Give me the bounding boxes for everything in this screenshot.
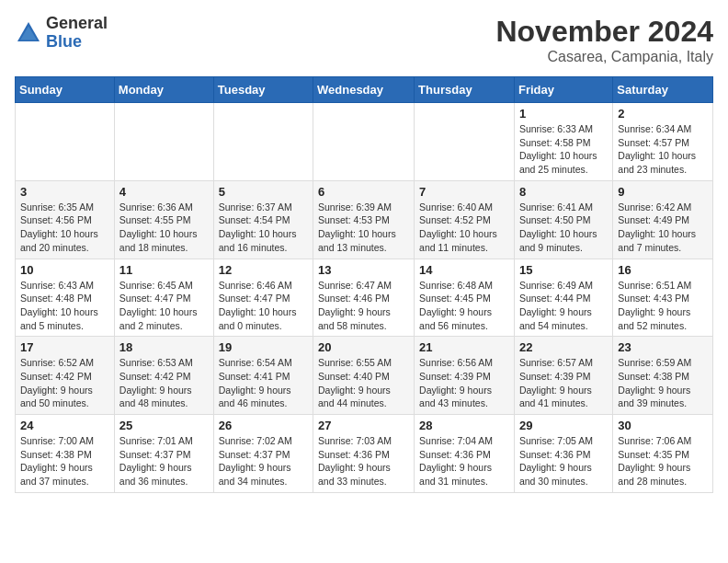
- calendar-cell-4-1: 17Sunrise: 6:52 AM Sunset: 4:42 PM Dayli…: [16, 337, 115, 415]
- calendar-cell-3-3: 12Sunrise: 6:46 AM Sunset: 4:47 PM Dayli…: [213, 259, 313, 337]
- day-info: Sunrise: 7:03 AM Sunset: 4:36 PM Dayligh…: [318, 434, 409, 488]
- title-section: November 2024 Casarea, Campania, Italy: [495, 15, 713, 65]
- day-info: Sunrise: 6:51 AM Sunset: 4:43 PM Dayligh…: [618, 279, 708, 333]
- calendar-cell-3-7: 16Sunrise: 6:51 AM Sunset: 4:43 PM Dayli…: [613, 259, 713, 337]
- calendar-week-row-3: 10Sunrise: 6:43 AM Sunset: 4:48 PM Dayli…: [16, 259, 713, 337]
- calendar-cell-3-4: 13Sunrise: 6:47 AM Sunset: 4:46 PM Dayli…: [313, 259, 415, 337]
- day-number: 8: [519, 185, 608, 199]
- calendar-week-row-4: 17Sunrise: 6:52 AM Sunset: 4:42 PM Dayli…: [16, 337, 713, 415]
- day-number: 25: [119, 419, 209, 432]
- day-number: 5: [219, 185, 308, 199]
- page-header: General Blue November 2024 Casarea, Camp…: [15, 15, 713, 65]
- day-info: Sunrise: 6:46 AM Sunset: 4:47 PM Dayligh…: [219, 279, 308, 333]
- day-info: Sunrise: 6:57 AM Sunset: 4:39 PM Dayligh…: [519, 356, 608, 410]
- calendar-cell-2-5: 7Sunrise: 6:40 AM Sunset: 4:52 PM Daylig…: [415, 180, 515, 259]
- day-info: Sunrise: 6:59 AM Sunset: 4:38 PM Dayligh…: [618, 356, 708, 410]
- logo-icon: [15, 19, 42, 47]
- day-info: Sunrise: 7:05 AM Sunset: 4:36 PM Dayligh…: [519, 434, 608, 488]
- day-number: 23: [618, 340, 708, 354]
- weekday-header-tuesday: Tuesday: [213, 77, 313, 103]
- day-info: Sunrise: 6:53 AM Sunset: 4:42 PM Dayligh…: [119, 356, 209, 410]
- day-number: 29: [519, 419, 608, 432]
- calendar-week-row-2: 3Sunrise: 6:35 AM Sunset: 4:56 PM Daylig…: [16, 180, 713, 259]
- calendar-cell-3-2: 11Sunrise: 6:45 AM Sunset: 4:47 PM Dayli…: [114, 259, 213, 337]
- calendar-table: SundayMondayTuesdayWednesdayThursdayFrid…: [15, 76, 713, 493]
- weekday-header-row: SundayMondayTuesdayWednesdayThursdayFrid…: [16, 77, 713, 103]
- calendar-cell-2-3: 5Sunrise: 6:37 AM Sunset: 4:54 PM Daylig…: [213, 180, 313, 259]
- day-number: 22: [519, 340, 608, 354]
- day-info: Sunrise: 7:00 AM Sunset: 4:38 PM Dayligh…: [20, 434, 109, 488]
- day-info: Sunrise: 6:48 AM Sunset: 4:45 PM Dayligh…: [419, 279, 509, 333]
- weekday-header-friday: Friday: [514, 77, 612, 103]
- calendar-cell-3-6: 15Sunrise: 6:49 AM Sunset: 4:44 PM Dayli…: [514, 259, 612, 337]
- calendar-cell-1-4: [313, 103, 415, 181]
- day-number: 15: [519, 263, 608, 277]
- day-info: Sunrise: 6:54 AM Sunset: 4:41 PM Dayligh…: [219, 356, 308, 410]
- calendar-cell-2-6: 8Sunrise: 6:41 AM Sunset: 4:50 PM Daylig…: [514, 180, 612, 259]
- day-info: Sunrise: 6:42 AM Sunset: 4:49 PM Dayligh…: [618, 201, 708, 255]
- day-number: 27: [318, 419, 409, 432]
- day-number: 26: [219, 419, 308, 432]
- day-number: 18: [119, 340, 209, 354]
- day-number: 7: [419, 185, 509, 199]
- day-number: 16: [618, 263, 708, 277]
- day-info: Sunrise: 6:43 AM Sunset: 4:48 PM Dayligh…: [20, 279, 109, 333]
- calendar-cell-4-6: 22Sunrise: 6:57 AM Sunset: 4:39 PM Dayli…: [514, 337, 612, 415]
- calendar-cell-4-7: 23Sunrise: 6:59 AM Sunset: 4:38 PM Dayli…: [613, 337, 713, 415]
- calendar-cell-5-5: 28Sunrise: 7:04 AM Sunset: 4:36 PM Dayli…: [415, 415, 515, 493]
- day-info: Sunrise: 6:41 AM Sunset: 4:50 PM Dayligh…: [519, 201, 608, 255]
- logo-text: General Blue: [46, 15, 108, 52]
- day-info: Sunrise: 7:04 AM Sunset: 4:36 PM Dayligh…: [419, 434, 509, 488]
- day-number: 4: [119, 185, 209, 199]
- calendar-cell-3-1: 10Sunrise: 6:43 AM Sunset: 4:48 PM Dayli…: [16, 259, 115, 337]
- calendar-cell-1-7: 2Sunrise: 6:34 AM Sunset: 4:57 PM Daylig…: [613, 103, 713, 181]
- day-info: Sunrise: 6:40 AM Sunset: 4:52 PM Dayligh…: [419, 201, 509, 255]
- day-number: 2: [618, 107, 708, 121]
- day-number: 10: [20, 263, 109, 277]
- day-info: Sunrise: 6:33 AM Sunset: 4:58 PM Dayligh…: [519, 122, 608, 177]
- day-info: Sunrise: 6:37 AM Sunset: 4:54 PM Dayligh…: [219, 201, 308, 255]
- day-info: Sunrise: 6:36 AM Sunset: 4:55 PM Dayligh…: [119, 201, 209, 255]
- calendar-cell-4-3: 19Sunrise: 6:54 AM Sunset: 4:41 PM Dayli…: [213, 337, 313, 415]
- day-number: 11: [119, 263, 209, 277]
- day-info: Sunrise: 6:56 AM Sunset: 4:39 PM Dayligh…: [419, 356, 509, 410]
- day-number: 24: [20, 419, 109, 432]
- day-number: 14: [419, 263, 509, 277]
- calendar-cell-1-3: [213, 103, 313, 181]
- day-number: 3: [20, 185, 109, 199]
- calendar-cell-1-6: 1Sunrise: 6:33 AM Sunset: 4:58 PM Daylig…: [514, 103, 612, 181]
- weekday-header-monday: Monday: [114, 77, 213, 103]
- day-number: 20: [318, 340, 409, 354]
- day-info: Sunrise: 7:06 AM Sunset: 4:35 PM Dayligh…: [618, 434, 708, 488]
- weekday-header-sunday: Sunday: [16, 77, 115, 103]
- calendar-cell-5-7: 30Sunrise: 7:06 AM Sunset: 4:35 PM Dayli…: [613, 415, 713, 493]
- day-number: 19: [219, 340, 308, 354]
- calendar-cell-4-2: 18Sunrise: 6:53 AM Sunset: 4:42 PM Dayli…: [114, 337, 213, 415]
- calendar-cell-5-2: 25Sunrise: 7:01 AM Sunset: 4:37 PM Dayli…: [114, 415, 213, 493]
- day-number: 21: [419, 340, 509, 354]
- calendar-week-row-1: 1Sunrise: 6:33 AM Sunset: 4:58 PM Daylig…: [16, 103, 713, 181]
- logo: General Blue: [15, 15, 108, 52]
- weekday-header-thursday: Thursday: [415, 77, 515, 103]
- weekday-header-saturday: Saturday: [613, 77, 713, 103]
- day-number: 12: [219, 263, 308, 277]
- day-number: 13: [318, 263, 409, 277]
- calendar-cell-1-5: [415, 103, 515, 181]
- calendar-cell-2-4: 6Sunrise: 6:39 AM Sunset: 4:53 PM Daylig…: [313, 180, 415, 259]
- day-number: 28: [419, 419, 509, 432]
- day-info: Sunrise: 6:55 AM Sunset: 4:40 PM Dayligh…: [318, 356, 409, 410]
- calendar-cell-4-5: 21Sunrise: 6:56 AM Sunset: 4:39 PM Dayli…: [415, 337, 515, 415]
- calendar-cell-1-1: [16, 103, 115, 181]
- day-number: 17: [20, 340, 109, 354]
- calendar-cell-5-1: 24Sunrise: 7:00 AM Sunset: 4:38 PM Dayli…: [16, 415, 115, 493]
- day-info: Sunrise: 7:02 AM Sunset: 4:37 PM Dayligh…: [219, 434, 308, 488]
- weekday-header-wednesday: Wednesday: [313, 77, 415, 103]
- calendar-cell-5-3: 26Sunrise: 7:02 AM Sunset: 4:37 PM Dayli…: [213, 415, 313, 493]
- day-number: 6: [318, 185, 409, 199]
- calendar-cell-1-2: [114, 103, 213, 181]
- calendar-cell-2-2: 4Sunrise: 6:36 AM Sunset: 4:55 PM Daylig…: [114, 180, 213, 259]
- day-info: Sunrise: 6:47 AM Sunset: 4:46 PM Dayligh…: [318, 279, 409, 333]
- day-number: 30: [618, 419, 708, 432]
- day-info: Sunrise: 6:34 AM Sunset: 4:57 PM Dayligh…: [618, 122, 708, 177]
- calendar-cell-4-4: 20Sunrise: 6:55 AM Sunset: 4:40 PM Dayli…: [313, 337, 415, 415]
